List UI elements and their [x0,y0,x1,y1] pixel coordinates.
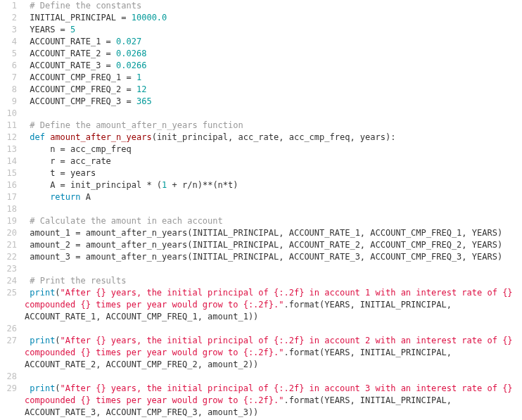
line-number: 22 [0,251,17,263]
line-number: 6 [0,60,17,72]
code-editor: 1234567891011121314151617181920212223242… [0,0,522,420]
code-line[interactable]: ACCOUNT_RATE_1 = 0.027 [25,36,522,48]
line-number: 10 [0,108,17,120]
code-line[interactable]: def amount_after_n_years(init_principal,… [25,132,522,144]
line-number: 21 [0,239,17,251]
line-number: 14 [0,155,17,167]
code-line[interactable] [25,263,522,275]
code-line[interactable]: # Define the amount_after_n_years functi… [25,120,522,132]
code-line[interactable]: amount_1 = amount_after_n_years(INITIAL_… [25,227,522,239]
code-line[interactable]: # Calculate the amount in each account [25,215,522,227]
code-line[interactable]: print("After {} years, the initial princ… [25,335,522,371]
line-number: 26 [0,323,17,335]
code-line[interactable]: n = acc_cmp_freq [25,144,522,155]
line-number: 8 [0,84,17,96]
line-number: 28 [0,371,17,383]
line-number: 16 [0,179,17,191]
line-number: 24 [0,275,17,287]
code-line[interactable] [25,108,522,120]
line-number: 4 [0,36,17,48]
code-line[interactable]: INITIAL_PRINCIPAL = 10000.0 [25,12,522,24]
code-line[interactable] [25,371,522,383]
line-number: 5 [0,48,17,60]
line-number: 12 [0,132,17,144]
line-number: 7 [0,72,17,84]
line-number: 9 [0,96,17,108]
line-number: 18 [0,203,17,215]
code-line[interactable]: print("After {} years, the initial princ… [25,383,522,419]
code-line[interactable]: t = years [25,167,522,179]
line-number: 3 [0,24,17,36]
code-line[interactable]: A = init_principal * (1 + r/n)**(n*t) [25,179,522,191]
code-line[interactable]: amount_2 = amount_after_n_years(INITIAL_… [25,239,522,251]
line-number: 20 [0,227,17,239]
line-number-gutter: 1234567891011121314151617181920212223242… [0,0,20,420]
code-line[interactable]: ACCOUNT_CMP_FREQ_2 = 12 [25,84,522,96]
code-line[interactable]: return A [25,191,522,203]
line-number: 1 [0,0,17,12]
code-line[interactable]: print("After {} years, the initial princ… [25,287,522,323]
code-line[interactable]: # Define the constants [25,0,522,12]
code-line[interactable]: ACCOUNT_RATE_3 = 0.0266 [25,60,522,72]
line-number: 15 [0,167,17,179]
line-number: 29 [0,383,17,419]
code-line[interactable]: # Print the results [25,275,522,287]
code-line[interactable]: amount_3 = amount_after_n_years(INITIAL_… [25,251,522,263]
line-number: 17 [0,191,17,203]
code-line[interactable]: YEARS = 5 [25,24,522,36]
code-line[interactable]: ACCOUNT_RATE_2 = 0.0268 [25,48,522,60]
code-line[interactable] [25,203,522,215]
line-number: 25 [0,287,17,323]
line-number: 27 [0,335,17,371]
line-number: 23 [0,263,17,275]
line-number: 2 [0,12,17,24]
code-line[interactable]: r = acc_rate [25,155,522,167]
code-line[interactable]: ACCOUNT_CMP_FREQ_3 = 365 [25,96,522,108]
code-area[interactable]: # Define the constants INITIAL_PRINCIPAL… [20,0,522,420]
line-number: 19 [0,215,17,227]
code-line[interactable]: ACCOUNT_CMP_FREQ_1 = 1 [25,72,522,84]
line-number: 11 [0,120,17,132]
code-line[interactable] [25,323,522,335]
line-number: 13 [0,144,17,155]
